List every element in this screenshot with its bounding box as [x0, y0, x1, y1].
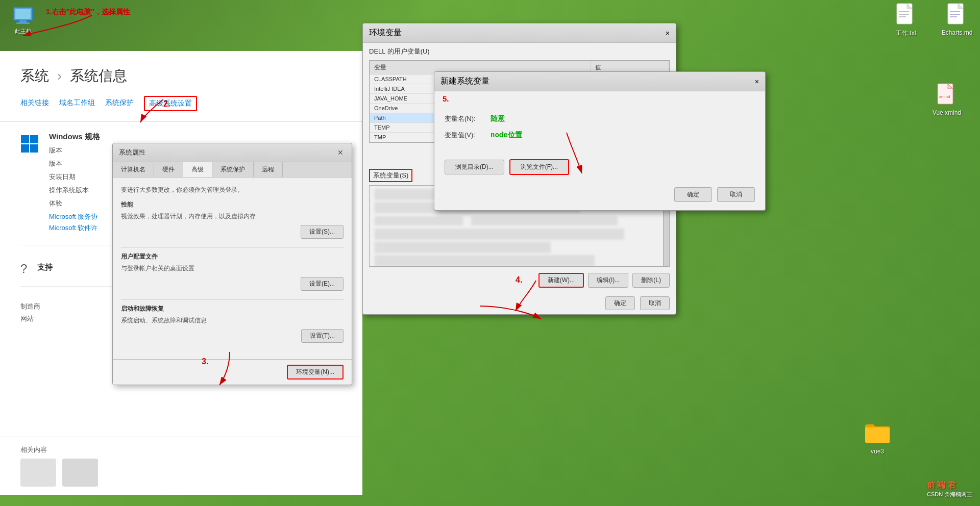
footer-brand: 前 端 君 CSDN @海鸥两三	[927, 480, 972, 498]
var-value-row: 变量值(V): node位置	[445, 131, 755, 140]
sys-props-title: 系统属性	[119, 148, 145, 157]
desktop-icon-echarts[interactable]: Echarts.md	[937, 3, 977, 36]
nav-domain[interactable]: 域名工作组	[59, 96, 95, 111]
sys-props-tabs: 计算机名 硬件 高级 系统保护 远程	[113, 162, 352, 178]
browse-dir-btn[interactable]: 浏览目录(D)...	[445, 160, 504, 174]
nav-system-protection[interactable]: 系统保护	[105, 96, 134, 111]
support-title: 支持	[37, 263, 53, 272]
admin-note: 要进行大多数更改，你必须作为管理员登录。	[121, 186, 344, 194]
tab-computer-name[interactable]: 计算机名	[113, 162, 154, 177]
svg-rect-1	[15, 9, 31, 19]
var-name-value: 随意	[491, 114, 505, 123]
tab-advanced[interactable]: 高级	[183, 162, 212, 177]
manufacturer-content: 制造商 网站	[20, 302, 40, 323]
manufacturer-label: 制造商	[20, 302, 40, 311]
related-item-1	[20, 459, 56, 487]
windows-specs-title: Windows 规格	[49, 132, 342, 142]
new-var-ok-btn[interactable]: 确定	[674, 187, 712, 202]
new-var-body: 变量名(N): 随意 变量值(V): node位置	[434, 106, 765, 155]
related-title: 相关内容	[20, 445, 342, 454]
nav-related-links[interactable]: 相关链接	[20, 96, 49, 111]
tab-hardware[interactable]: 硬件	[154, 162, 183, 177]
new-var-close-btn[interactable]: ×	[755, 78, 759, 86]
browse-file-btn[interactable]: 浏览文件(F)...	[509, 159, 569, 175]
sys-delete-btn[interactable]: 删除(L)	[632, 273, 670, 288]
step2-annotation: 2.	[163, 99, 170, 109]
md-file-icon	[945, 3, 969, 27]
system-info-header: 系统 › 系统信息 相关链接 域名工作组 系统保护 高级系统设置	[0, 51, 362, 122]
nav-advanced-settings[interactable]: 高级系统设置	[144, 96, 197, 111]
new-var-title: 新建系统变量	[440, 76, 489, 87]
startup-title: 启动和故障恢复	[121, 305, 344, 313]
system-info-title: 系统 › 系统信息	[20, 66, 342, 86]
sys-edit-btn[interactable]: 编辑(I)...	[588, 273, 628, 288]
computer-icon	[11, 5, 35, 26]
var-value-label: 变量值(V):	[445, 131, 485, 140]
user-profile-section: 用户配置文件 与登录帐户相关的桌面设置 设置(E)...	[121, 252, 344, 291]
support-icon: ?	[20, 262, 27, 276]
svg-rect-20	[30, 135, 38, 143]
echarts-label: Echarts.md	[942, 29, 973, 36]
system-properties-dialog: 系统属性 ✕ 计算机名 硬件 高级 系统保护 远程 要进行大多数更改，你必须作为…	[112, 143, 352, 385]
vue3-label: vue3	[871, 448, 884, 455]
system-info-nav: 相关链接 域名工作组 系统保护 高级系统设置	[20, 96, 342, 111]
tab-sys-protection[interactable]: 系统保护	[212, 162, 254, 177]
new-var-titlebar: 新建系统变量 ×	[434, 72, 765, 91]
startup-section: 启动和故障恢复 系统启动、系统故障和调试信息 设置(T)...	[121, 305, 344, 343]
step3-annotation: 3.	[202, 357, 208, 366]
xmind-file-icon: xmind	[935, 83, 959, 107]
related-content: 相关内容	[0, 437, 362, 495]
txt-file-icon	[894, 3, 918, 27]
new-var-action-buttons: 浏览目录(D)... 浏览文件(F)...	[434, 155, 765, 183]
related-items	[20, 459, 342, 487]
env-cancel-btn[interactable]: 取消	[640, 296, 670, 310]
sys-new-btn[interactable]: 新建(W)...	[538, 273, 584, 288]
performance-desc: 视觉效果，处理器计划，内存使用，以及虚拟内存	[121, 212, 344, 221]
env-dialog-footer: 确定 取消	[363, 292, 676, 314]
txt-file-label: 工作.txt	[896, 29, 916, 38]
user-profile-desc: 与登录帐户相关的桌面设置	[121, 264, 344, 273]
user-profile-settings-btn[interactable]: 设置(E)...	[301, 277, 344, 291]
startup-settings-btn[interactable]: 设置(T)...	[301, 329, 344, 343]
new-sys-var-dialog: 新建系统变量 × 5. 变量名(N): 随意 变量值(V): node位置 浏览…	[434, 71, 766, 211]
svg-rect-19	[21, 135, 29, 143]
svg-text:xmind: xmind	[939, 94, 950, 99]
svg-rect-22	[30, 144, 38, 153]
env-vars-title: 环境变量	[369, 28, 402, 38]
var-value-value: node位置	[491, 131, 522, 140]
tab-remote[interactable]: 远程	[254, 162, 283, 177]
new-var-cancel-btn[interactable]: 取消	[717, 187, 755, 202]
env-vars-btn[interactable]: 环境变量(N)...	[287, 365, 344, 380]
windows-logo	[20, 135, 39, 157]
desktop-icon-vue3[interactable]: vue3	[864, 421, 891, 455]
performance-section: 性能 视觉效果，处理器计划，内存使用，以及虚拟内存 设置(S)...	[121, 200, 344, 239]
related-item-2	[62, 459, 98, 487]
step5-annotation: 5.	[434, 91, 765, 106]
performance-title: 性能	[121, 200, 344, 209]
this-pc-label: 此主机	[15, 28, 32, 35]
user-profile-title: 用户配置文件	[121, 252, 344, 261]
website-label: 网站	[20, 314, 40, 323]
env-vars-close-btn[interactable]: ×	[666, 29, 670, 37]
sys-props-close-btn[interactable]: ✕	[335, 147, 346, 158]
step1-annotation: 1.右击"此电脑"，选择属性	[46, 8, 130, 17]
desktop-icon-vue-xmind[interactable]: xmind Vue.xmind	[926, 83, 967, 116]
env-vars-titlebar: 环境变量 ×	[363, 23, 676, 43]
performance-settings-btn[interactable]: 设置(S)...	[301, 225, 344, 239]
this-pc-icon[interactable]: 此主机	[5, 5, 41, 35]
sys-props-footer: 环境变量(N)...	[113, 359, 352, 385]
var-name-row: 变量名(N): 随意	[445, 114, 755, 123]
svg-rect-3	[16, 22, 30, 24]
step4-annotation: 4.	[516, 275, 522, 285]
desktop-icons-area: 工作.txt Echarts.md xmind	[886, 3, 977, 116]
desktop-icon-work-txt[interactable]: 工作.txt	[886, 3, 926, 38]
svg-rect-2	[19, 20, 27, 22]
sys-props-titlebar: 系统属性 ✕	[113, 143, 352, 162]
sys-props-body: 要进行大多数更改，你必须作为管理员登录。 性能 视觉效果，处理器计划，内存使用，…	[113, 178, 352, 359]
env-ok-btn[interactable]: 确定	[605, 296, 635, 310]
startup-desc: 系统启动、系统故障和调试信息	[121, 316, 344, 325]
vue-xmind-label: Vue.xmind	[933, 109, 961, 116]
svg-rect-18	[865, 427, 890, 443]
sys-vars-title: 系统变量(S)	[369, 169, 412, 182]
folder-icon	[864, 421, 891, 446]
